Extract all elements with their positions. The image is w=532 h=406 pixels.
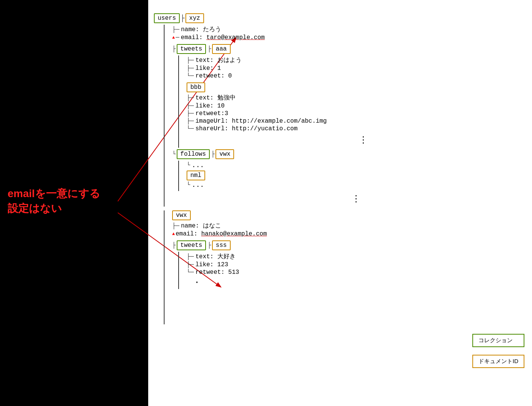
sss-text-value: text: 大好き <box>195 253 236 261</box>
tweets2-subtree: ├─ text: 大好き ├─ like: 123 └─ retweet: 51… <box>178 252 524 289</box>
sss-node: sss <box>212 240 231 250</box>
tweets2-node: tweets <box>177 240 206 250</box>
bbb-like-value: like: 10 <box>195 103 225 109</box>
follows-content: └ ... nml └ ... <box>187 161 205 191</box>
xyz-email-field: ▲ ─ email: taro@example.com <box>172 34 524 41</box>
vwx-email-field: ▲ email: hanako@example.com <box>172 231 524 237</box>
tweets-node: tweets <box>177 44 206 54</box>
users-row: users ├ xyz <box>154 13 524 23</box>
bbb-node: bbb <box>187 82 205 92</box>
tweets-content: ├─ text: おはよう ├─ like: 1 └─ retweet: 0 <box>187 55 524 148</box>
aaa-text-value: text: おはよう <box>195 56 242 64</box>
tweets-subtree: ├─ text: おはよう ├─ like: 1 └─ retweet: 0 <box>178 55 524 148</box>
vwx-email-underline: hanako@example.com <box>201 231 267 237</box>
xyz-email-value: email: taro@example.com <box>181 34 265 41</box>
follows-row: └ follows ├ vwx <box>172 149 524 159</box>
bbb-imageurl-value: imageUrl: http://example.com/abc.img <box>195 118 327 125</box>
annotation-line2: 設定はない <box>8 202 62 214</box>
aaa-retweet-field: └─ retweet: 0 <box>187 73 524 79</box>
vwx-name-value: name: はなこ <box>181 222 221 230</box>
aaa-like-value: like: 1 <box>195 65 221 72</box>
annotation-line1: emailを一意にする <box>8 188 100 199</box>
bbb-text-field: ├─ text: 勉強中 <box>187 94 524 102</box>
bbb-imageurl-field: ├─ imageUrl: http://example.com/abc.img <box>187 118 524 125</box>
left-panel: emailを一意にする 設定はない <box>0 0 148 406</box>
follows-node: follows <box>177 149 210 159</box>
vwx-name-field: ├─ name: はなこ <box>172 222 524 230</box>
nml-row: nml <box>187 171 205 180</box>
nml-line: └ ... <box>187 181 205 189</box>
xyz-name-value: name: たろう <box>181 25 221 33</box>
sss-retweet-value: retweet: 513 <box>195 269 239 276</box>
nml-dots: ... <box>192 181 204 189</box>
vwx-node: vwx <box>172 210 191 220</box>
vwx-sub-node: vwx <box>215 149 234 159</box>
vwx-content: vwx ├─ name: はなこ ▲ email: hanako@example… <box>172 210 524 324</box>
annotation-text: emailを一意にする 設定はない <box>8 186 100 216</box>
aaa-like-field: ├─ like: 1 <box>187 65 524 72</box>
xyz-email-underline: taro@example.com <box>206 34 265 41</box>
bbb-shareurl-value: shareUrl: http://yucatio.com <box>195 125 298 132</box>
legend-collection: コレクション <box>472 334 524 347</box>
bbb-shareurl-field: └─ shareUrl: http://yucatio.com <box>187 125 524 132</box>
tweets2-content: ├─ text: 大好き ├─ like: 123 └─ retweet: 51… <box>187 252 524 289</box>
vwx-section: vwx ├─ name: はなこ ▲ email: hanako@example… <box>154 210 524 324</box>
right-panel: users ├ xyz ├─ name: たろう ▲ ─ email: taro… <box>148 0 532 406</box>
bbb-retweet-field: ├─ retweet:3 <box>187 110 524 117</box>
vwx-sub-dots: ... <box>192 161 204 169</box>
sss-ellipsis: · <box>194 277 524 288</box>
aaa-text-field: ├─ text: おはよう <box>187 56 524 64</box>
tweets-aaa-row: ├ tweets ├ aaa <box>172 44 524 54</box>
sss-like-value: like: 123 <box>195 261 228 268</box>
bbb-text-value: text: 勉強中 <box>195 94 236 102</box>
bbb-row: bbb <box>187 82 524 92</box>
follows-subtree: └ ... nml └ ... <box>178 161 524 191</box>
follows-ellipsis: ⋮ <box>187 193 524 204</box>
bbb-like-field: ├─ like: 10 <box>187 103 524 109</box>
bbb-retweet-value: retweet:3 <box>195 110 228 117</box>
xyz-node: xyz <box>185 13 204 23</box>
xyz-content: ├─ name: たろう ▲ ─ email: taro@example.com… <box>172 25 524 207</box>
tweets-ellipsis: ⋮ <box>202 134 524 145</box>
aaa-retweet-value: retweet: 0 <box>195 73 232 79</box>
users-node: users <box>154 13 180 23</box>
vwx-sub-line: └ ... <box>187 161 205 169</box>
vwx-email-value: email: hanako@example.com <box>176 231 267 237</box>
legend: コレクション ドキュメントID <box>472 334 524 376</box>
aaa-node: aaa <box>212 44 231 54</box>
xyz-subtree: ├─ name: たろう ▲ ─ email: taro@example.com… <box>154 25 524 207</box>
tweets2-row: ├ tweets ├ sss <box>172 240 524 250</box>
sss-text-field: ├─ text: 大好き <box>187 253 524 261</box>
xyz-name-field: ├─ name: たろう <box>172 25 524 33</box>
tree-root: users ├ xyz ├─ name: たろう ▲ ─ email: taro… <box>148 8 524 324</box>
vwx-node-row: vwx <box>172 210 524 220</box>
legend-document-id: ドキュメントID <box>472 355 524 368</box>
nml-node: nml <box>187 171 205 180</box>
sss-like-field: ├─ like: 123 <box>187 261 524 268</box>
sss-retweet-field: └─ retweet: 513 <box>187 269 524 276</box>
